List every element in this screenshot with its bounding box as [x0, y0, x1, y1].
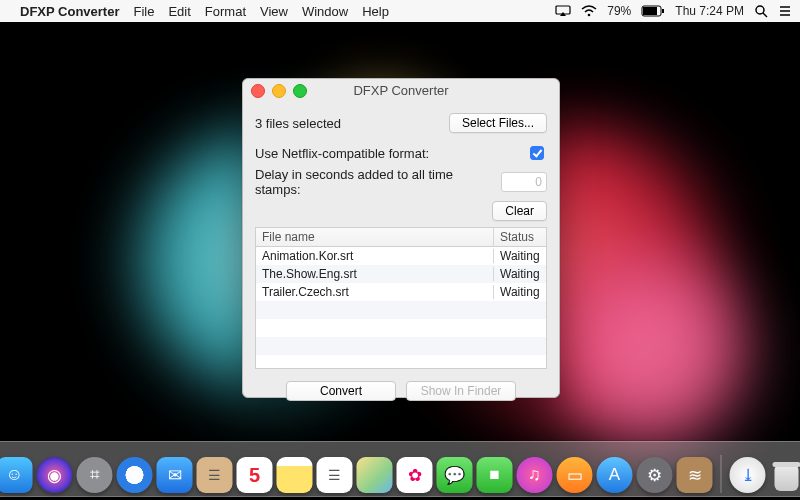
table-row[interactable]: The.Show.Eng.srt Waiting [256, 265, 546, 283]
dock-notes[interactable] [277, 457, 313, 493]
menu-file[interactable]: File [133, 4, 154, 19]
wifi-icon[interactable] [581, 5, 597, 17]
delay-label: Delay in seconds added to all time stamp… [255, 167, 501, 197]
menu-window[interactable]: Window [302, 4, 348, 19]
delay-seconds-field[interactable] [501, 172, 547, 192]
dock-preferences[interactable]: ⚙ [637, 457, 673, 493]
spotlight-icon[interactable] [754, 4, 768, 18]
convert-button[interactable]: Convert [286, 381, 396, 401]
netflix-format-checkbox[interactable] [530, 146, 544, 160]
clear-button[interactable]: Clear [492, 201, 547, 221]
file-table[interactable]: File name Status Animation.Kor.srt Waiti… [255, 227, 547, 369]
battery-percent: 79% [607, 4, 631, 18]
dock-safari[interactable]: ✦ [117, 457, 153, 493]
app-window: DFXP Converter 3 files selected Select F… [242, 78, 560, 398]
menubar-clock[interactable]: Thu 7:24 PM [675, 4, 744, 18]
files-selected-label: 3 files selected [255, 116, 341, 131]
dock-maps[interactable] [357, 457, 393, 493]
cell-filename: Trailer.Czech.srt [256, 285, 494, 299]
cell-status: Waiting [494, 285, 546, 299]
minimize-icon[interactable] [272, 84, 286, 98]
svg-rect-4 [643, 7, 657, 15]
select-files-button[interactable]: Select Files... [449, 113, 547, 133]
svg-rect-5 [662, 9, 664, 13]
menu-edit[interactable]: Edit [168, 4, 190, 19]
airplay-icon[interactable] [555, 5, 571, 17]
dock-calendar[interactable]: 5 [237, 457, 273, 493]
dock-mail[interactable]: ✉ [157, 457, 193, 493]
menubar: DFXP Converter File Edit Format View Win… [0, 0, 800, 22]
dock-messages[interactable]: 💬 [437, 457, 473, 493]
column-header-filename[interactable]: File name [256, 228, 494, 246]
dock-itunes[interactable]: ♫ [517, 457, 553, 493]
dock-downloads[interactable]: ⤓ [730, 457, 766, 493]
dock-dfxp-converter[interactable]: ≋ [677, 457, 713, 493]
netflix-format-label: Use Netflix-compatible format: [255, 146, 429, 161]
dock-launchpad[interactable]: ⌗ [77, 457, 113, 493]
svg-line-7 [763, 13, 767, 17]
menu-format[interactable]: Format [205, 4, 246, 19]
titlebar[interactable]: DFXP Converter [243, 79, 559, 101]
zoom-icon[interactable] [293, 84, 307, 98]
cell-filename: Animation.Kor.srt [256, 249, 494, 263]
dock-ibooks[interactable]: ▭ [557, 457, 593, 493]
table-row[interactable]: Trailer.Czech.srt Waiting [256, 283, 546, 301]
menu-view[interactable]: View [260, 4, 288, 19]
dock-contacts[interactable]: ☰ [197, 457, 233, 493]
menubar-app-name[interactable]: DFXP Converter [20, 4, 119, 19]
cell-filename: The.Show.Eng.srt [256, 267, 494, 281]
svg-point-2 [588, 14, 591, 17]
notification-center-icon[interactable] [778, 5, 792, 17]
dock-reminders[interactable]: ☰ [317, 457, 353, 493]
dock-trash[interactable] [770, 457, 801, 493]
dock-finder[interactable]: ☺ [0, 457, 33, 493]
table-row[interactable]: Animation.Kor.srt Waiting [256, 247, 546, 265]
svg-point-6 [756, 6, 764, 14]
column-header-status[interactable]: Status [494, 228, 546, 246]
menu-help[interactable]: Help [362, 4, 389, 19]
show-in-finder-button[interactable]: Show In Finder [406, 381, 516, 401]
window-title: DFXP Converter [353, 83, 448, 98]
dock: ☺◉⌗✦✉☰5☰✿💬■♫▭A⚙≋⤓ [0, 441, 800, 497]
desktop: DFXP Converter File Edit Format View Win… [0, 0, 800, 500]
dock-appstore[interactable]: A [597, 457, 633, 493]
cell-status: Waiting [494, 249, 546, 263]
battery-icon[interactable] [641, 5, 665, 17]
dock-facetime[interactable]: ■ [477, 457, 513, 493]
cell-status: Waiting [494, 267, 546, 281]
dock-siri[interactable]: ◉ [37, 457, 73, 493]
close-icon[interactable] [251, 84, 265, 98]
dock-photos[interactable]: ✿ [397, 457, 433, 493]
